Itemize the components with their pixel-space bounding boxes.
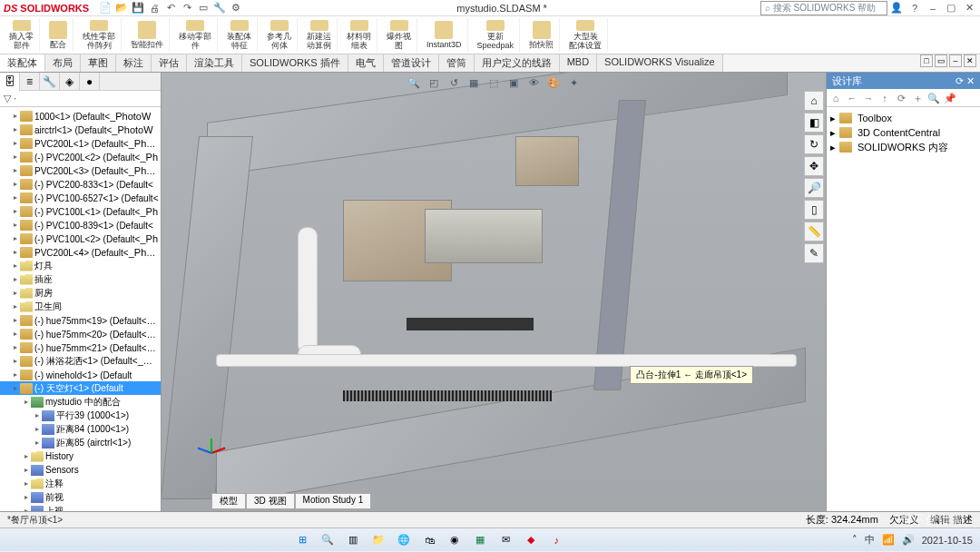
expand-icon[interactable]: ▸ xyxy=(11,207,20,215)
tree-node[interactable]: ▸(-) winehold<1> (Default xyxy=(0,368,161,381)
print-icon[interactable]: 🖨 xyxy=(147,1,162,15)
close-icon[interactable]: ✕ xyxy=(962,1,976,15)
save-icon[interactable]: 💾 xyxy=(131,1,145,15)
netease-icon[interactable]: ♪ xyxy=(545,529,567,551)
expand-icon[interactable]: ▸ xyxy=(11,384,20,392)
file-new-icon[interactable]: 📄 xyxy=(98,1,113,15)
tree-node[interactable]: ▸上视 xyxy=(0,504,161,511)
tree-node[interactable]: ▸(-) 天空灯<1> (Default xyxy=(0,381,161,395)
command-tab[interactable]: SOLIDWORKS Visualize xyxy=(597,54,722,72)
ribbon-button[interactable]: 线性零部件阵列 xyxy=(77,18,122,52)
prev-view-icon[interactable]: ↺ xyxy=(446,74,462,91)
ribbon-button[interactable]: 大型装配体设置 xyxy=(564,18,608,52)
tree-node[interactable]: ▸airctrl<1> (Default<_PhotoW xyxy=(0,123,161,136)
appearance-tab[interactable]: ● xyxy=(80,73,100,91)
user-icon[interactable]: 👤 xyxy=(889,1,904,15)
expand-icon[interactable]: ▸ xyxy=(11,343,20,351)
command-tab[interactable]: 评估 xyxy=(152,54,187,72)
file-open-icon[interactable]: 📂 xyxy=(114,1,129,15)
lib-refresh-icon[interactable]: ⟳ xyxy=(894,91,908,105)
tree-node[interactable]: ▸注释 xyxy=(0,477,161,490)
display-tab[interactable]: ◈ xyxy=(60,73,80,91)
tree-node[interactable]: ▸1000<1> (Default<_PhotoW xyxy=(0,109,161,123)
ribbon-button[interactable]: 配合 xyxy=(44,18,74,52)
lib-up-icon[interactable]: ↑ xyxy=(877,91,892,105)
tab-expand-icon[interactable]: ▭ xyxy=(935,54,947,67)
graphics-viewport[interactable]: 🔍 ◰ ↺ ▦ ⬚ ▣ 👁 🎨 ✦ ⌂ ◧ ↻ ✥ 🔎 ▯ 📏 ✎ 凸台-拉伸1… xyxy=(162,73,826,511)
ribbon-button[interactable]: 更新Speedpak xyxy=(472,18,521,52)
orientation-triad[interactable] xyxy=(198,439,225,466)
tree-node[interactable]: ▸PVC200L<3> (Default<_Photo xyxy=(0,163,161,177)
config-tab[interactable]: 3D 视图 xyxy=(246,493,295,509)
maximize-icon[interactable]: ▢ xyxy=(944,1,958,15)
tree-node[interactable]: ▸(-) PVC100-839<1> (Default< xyxy=(0,218,161,232)
volume-icon[interactable]: 🔊 xyxy=(902,534,915,546)
lib-fwd-icon[interactable]: → xyxy=(861,91,876,105)
help-search-input[interactable]: ⌕ 搜索 SOLIDWORKS 帮助 xyxy=(760,1,887,15)
select-icon[interactable]: ▭ xyxy=(196,1,211,15)
tab-close-icon[interactable]: ✕ xyxy=(964,54,976,67)
lib-pin-icon[interactable]: 📌 xyxy=(943,91,957,105)
expand-icon[interactable]: ▸ xyxy=(33,411,42,419)
ime-icon[interactable]: 中 xyxy=(865,533,875,547)
library-item[interactable]: ▸3D ContentCentral xyxy=(830,125,976,140)
expand-icon[interactable]: ▸ xyxy=(11,193,20,202)
section-icon[interactable]: ▦ xyxy=(466,74,482,91)
config-tab[interactable]: 🔧 xyxy=(40,73,60,91)
expand-icon[interactable]: ▸ xyxy=(22,493,31,501)
wifi-icon[interactable]: 📶 xyxy=(882,534,895,546)
expand-icon[interactable]: ▸ xyxy=(11,248,20,256)
view-orient-icon[interactable]: ⬚ xyxy=(485,74,502,91)
expand-icon[interactable]: ▸ xyxy=(11,221,20,229)
ribbon-button[interactable]: 新建运动算例 xyxy=(301,18,338,52)
expand-icon[interactable]: ▸ xyxy=(11,289,20,297)
tree-node[interactable]: ▸(-) 淋浴花洒<1> (Default<_PhotoW xyxy=(0,354,161,368)
command-tab[interactable]: 电气 xyxy=(348,54,384,72)
expand-icon[interactable]: ▸ xyxy=(11,139,20,147)
tree-node[interactable]: ▸卫生间 xyxy=(0,300,161,313)
tree-node[interactable]: ▸厨房 xyxy=(0,286,161,300)
expand-icon[interactable]: ▸ xyxy=(11,112,20,120)
tree-node[interactable]: ▸距离84 (1000<1>) xyxy=(0,422,161,436)
redo-icon[interactable]: ↷ xyxy=(180,1,194,15)
expand-icon[interactable]: ▸ xyxy=(22,466,31,474)
command-tab[interactable]: 管道设计 xyxy=(384,54,439,72)
property-tab[interactable]: ≡ xyxy=(20,73,40,91)
tree-node[interactable]: ▸(-) PVC200-833<1> (Default< xyxy=(0,177,161,191)
explorer-icon[interactable]: 📁 xyxy=(368,529,389,551)
library-item[interactable]: ▸SOLIDWORKS 内容 xyxy=(830,140,976,154)
expand-icon[interactable]: ▸ xyxy=(22,398,31,406)
expand-icon[interactable]: ▸ xyxy=(33,425,42,433)
ribbon-button[interactable]: 材料明细表 xyxy=(341,18,377,52)
tree-node[interactable]: ▸PVC200L<1> (Default<_Photo xyxy=(0,136,161,150)
annotate-icon[interactable]: ✎ xyxy=(804,243,824,263)
tree-node[interactable]: ▸(-) hue75mm<21> (Default<_Phot xyxy=(0,340,161,354)
excel-icon[interactable]: ▦ xyxy=(469,529,491,551)
expand-icon[interactable]: ▸ xyxy=(11,370,20,379)
expand-icon[interactable]: ▸ xyxy=(11,302,20,310)
undo-icon[interactable]: ↶ xyxy=(163,1,178,15)
display-style-icon[interactable]: ▣ xyxy=(505,74,522,91)
ribbon-button[interactable]: 装配体特征 xyxy=(221,18,258,52)
command-tab[interactable]: 渲染工具 xyxy=(187,54,242,72)
tree-node[interactable]: ▸灯具 xyxy=(0,259,161,272)
tree-node[interactable]: ▸平行39 (1000<1>) xyxy=(0,409,161,422)
tree-node[interactable]: ▸(-) PVC100-6527<1> (Default< xyxy=(0,191,161,204)
store-icon[interactable]: 🛍 xyxy=(418,529,440,551)
solidworks-task-icon[interactable]: ◆ xyxy=(520,529,542,551)
scene-icon[interactable]: ✦ xyxy=(565,74,582,91)
pan-icon[interactable]: ✥ xyxy=(804,156,824,176)
command-tab[interactable]: 用户定义的线路 xyxy=(475,54,560,72)
ribbon-button[interactable]: Instant3D xyxy=(421,18,468,52)
config-tab[interactable]: Motion Study 1 xyxy=(295,493,372,509)
measure-icon[interactable]: 📏 xyxy=(804,222,824,242)
tab-min-icon[interactable]: – xyxy=(949,54,962,67)
zoom-icon[interactable]: 🔎 xyxy=(804,178,824,198)
zoom-fit-icon[interactable]: 🔍 xyxy=(406,74,422,91)
ribbon-button[interactable]: 拍快照 xyxy=(524,18,560,52)
rebuild-icon[interactable]: 🔧 xyxy=(212,1,227,15)
feature-tree-tab[interactable]: 🗄 xyxy=(0,73,20,91)
expand-icon[interactable]: ▸ xyxy=(11,316,20,324)
task-pane-pin-icon[interactable]: ⟳ ✕ xyxy=(956,75,975,87)
command-tab[interactable]: MBD xyxy=(560,54,597,72)
